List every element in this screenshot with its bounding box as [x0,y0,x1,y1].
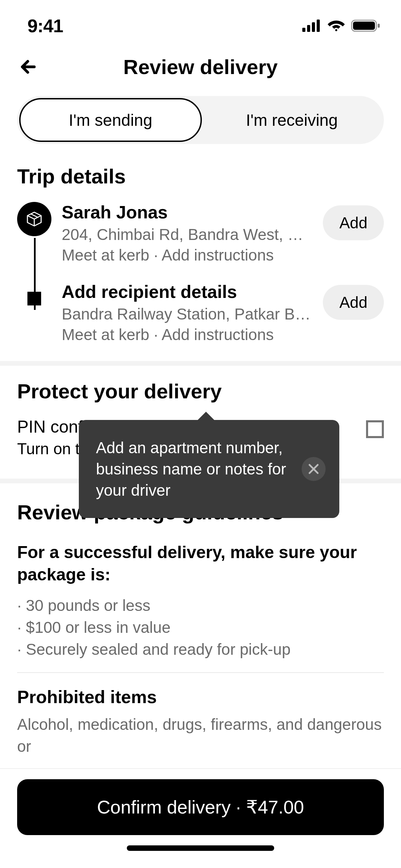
origin-add-button[interactable]: Add [323,205,384,240]
cellular-icon [302,20,321,32]
origin-meta[interactable]: Meet at kerb · Add instructions [62,246,313,264]
svg-rect-6 [378,24,380,28]
status-icons [302,19,380,33]
dest-add-button[interactable]: Add [323,285,384,320]
segmented-control: I'm sending I'm receiving [17,96,384,144]
protect-title: Protect your delivery [17,379,384,403]
arrow-left-icon [19,57,39,77]
confirm-delivery-button[interactable]: Confirm delivery · ₹47.00 [17,779,384,835]
pin-checkbox[interactable] [366,420,384,438]
close-icon [308,463,319,474]
tab-sending[interactable]: I'm sending [19,98,202,142]
bottom-bar: Confirm delivery · ₹47.00 [0,768,401,868]
divider [0,361,401,366]
guidelines-subtitle: For a successful delivery, make sure you… [17,541,384,586]
svg-rect-5 [353,22,375,30]
dest-meta[interactable]: Meet at kerb · Add instructions [62,325,313,344]
home-indicator[interactable] [127,845,274,851]
svg-rect-1 [307,25,310,32]
status-bar: 9:41 [0,0,401,45]
guideline-item: · Securely sealed and ready for pick-up [17,640,384,659]
guideline-item: · 30 pounds or less [17,596,384,615]
trip-origin-row: Sarah Jonas 204, Chimbai Rd, Bandra West… [17,202,384,264]
destination-icon [27,292,41,305]
tooltip-close-button[interactable] [302,457,326,481]
prohibited-text: Alcohol, medication, drugs, firearms, an… [17,713,384,758]
prohibited-title: Prohibited items [17,687,384,707]
battery-icon [351,19,380,33]
header: Review delivery [0,45,401,96]
wifi-icon [328,20,345,32]
guideline-item: · $100 or less in value [17,618,384,637]
page-title: Review delivery [123,55,278,79]
dest-name: Add recipient details [62,281,313,302]
tooltip-text: Add an apartment number, business name o… [96,437,295,501]
origin-address: 204, Chimbai Rd, Bandra West, Mu... [62,225,313,244]
status-time: 9:41 [27,15,63,36]
svg-rect-0 [302,28,305,32]
trip-details-title: Trip details [0,161,401,202]
svg-rect-3 [317,20,320,32]
origin-name: Sarah Jonas [62,202,313,222]
package-icon [17,202,51,236]
tab-receiving[interactable]: I'm receiving [202,98,382,142]
trip-dest-row: Add recipient details Bandra Railway Sta… [17,281,384,344]
divider [17,672,384,673]
svg-rect-2 [312,22,315,32]
back-button[interactable] [17,55,41,79]
tooltip: Add an apartment number, business name o… [79,420,339,518]
dest-address: Bandra Railway Station, Patkar Blo... [62,305,313,323]
